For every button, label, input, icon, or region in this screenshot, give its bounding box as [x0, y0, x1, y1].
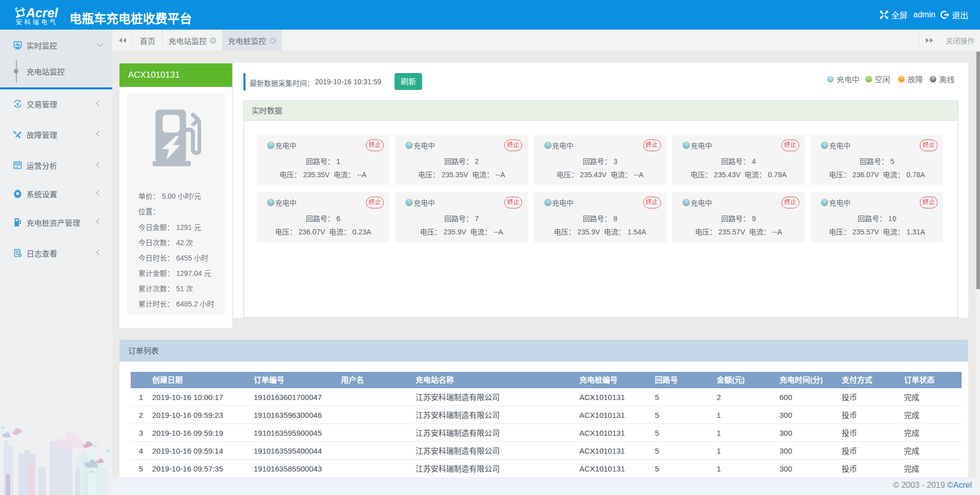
- svg-text:¥: ¥: [16, 101, 19, 107]
